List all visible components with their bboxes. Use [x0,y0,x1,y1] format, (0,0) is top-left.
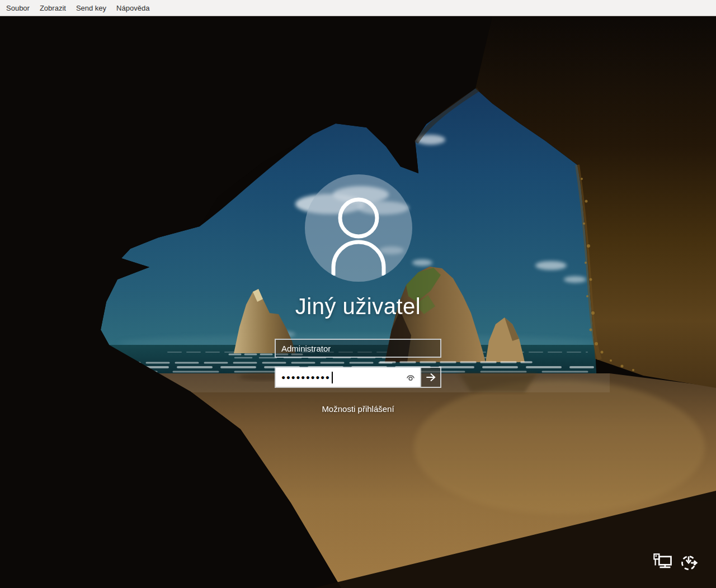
menu-item-napoveda[interactable]: Nápověda [111,0,154,16]
username-field-wrap [275,339,441,358]
menubar: Soubor Zobrazit Send key Nápověda [0,0,716,16]
user-icon [305,174,412,282]
password-input[interactable]: ●●●●●●●●●● [276,368,420,387]
password-row: ●●●●●●●●●● [275,367,441,388]
menu-item-label: Zobrazit [40,4,66,12]
vm-display-windows-login[interactable]: Jiný uživatel ●●●●●●●●●● Možnosti přihlá… [0,16,716,588]
right-arrow-icon [425,371,437,383]
network-icon[interactable] [652,552,673,576]
password-dots: ●●●●●●●●●● [281,374,330,381]
menu-item-soubor[interactable]: Soubor [1,0,35,16]
user-title: Jiný uživatel [0,294,716,319]
reveal-password-button[interactable] [405,372,416,383]
text-caret [332,372,333,383]
menu-item-label: Soubor [6,4,30,12]
ease-of-access-icon[interactable] [677,551,700,576]
menu-item-send-key[interactable]: Send key [71,0,111,16]
signin-options-link[interactable]: Možnosti přihlášení [0,404,716,414]
submit-login-button[interactable] [420,368,440,387]
menu-item-label: Nápověda [116,4,149,12]
menu-item-zobrazit[interactable]: Zobrazit [35,0,71,16]
password-reveal-eye-icon [405,372,416,383]
username-input[interactable] [276,340,440,357]
avatar [305,174,412,282]
menu-item-label: Send key [76,4,106,12]
